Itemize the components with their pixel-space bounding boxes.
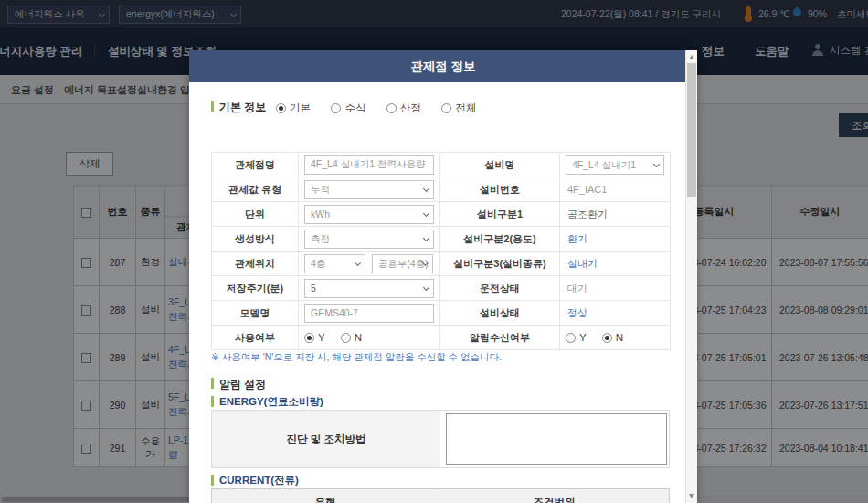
equip-state-value: 정상 xyxy=(566,307,587,318)
location-zone-value: 공용부(4층) xyxy=(378,258,429,269)
current-col-range: 조건범위 xyxy=(439,488,670,503)
point-name-input[interactable] xyxy=(304,155,434,175)
label-equip-div2: 설비구분2(용도) xyxy=(440,227,560,252)
label-point-name: 관제점명 xyxy=(212,153,299,177)
scrollbar-thumb[interactable] xyxy=(687,63,696,197)
label-unit: 단위 xyxy=(212,202,299,227)
alarm-n-label: N xyxy=(616,332,623,343)
location-floor-select[interactable]: 4층 xyxy=(304,254,365,273)
alarm-y-radio[interactable] xyxy=(566,333,576,343)
label-equip-state: 설비상태 xyxy=(440,301,560,326)
alarm-y-label: Y xyxy=(579,332,587,343)
label-equip-div3: 설비구분3(설비종류) xyxy=(440,252,560,276)
create-method-select[interactable]: 측정 xyxy=(304,230,434,249)
diagnosis-label: 진단 및 조치방법 xyxy=(212,411,440,467)
current-col-type: 유형 xyxy=(211,488,439,503)
diagnosis-textarea[interactable] xyxy=(446,413,667,465)
point-form: 관제점명 설비명 4F_L4 실내기1 관제값 유형 누적 설비번호 4F_IA… xyxy=(211,152,671,350)
value-type-select[interactable]: 누적 xyxy=(304,180,434,199)
radio-formula-label: 수식 xyxy=(344,102,365,113)
label-alarm-recv: 알림수신여부 xyxy=(440,326,560,350)
section-alarm-settings: 알림 설정 xyxy=(211,377,266,392)
label-location: 관제위치 xyxy=(212,252,299,276)
equip-div3-value: 실내기 xyxy=(566,258,598,269)
point-type-radio-group: 기본 수식 산정 전체 xyxy=(276,99,476,115)
chevron-down-icon xyxy=(423,234,429,241)
label-save-cycle: 저장주기(분) xyxy=(212,276,299,301)
chevron-down-icon xyxy=(653,160,660,166)
location-zone-select[interactable]: 공용부(4층) xyxy=(372,254,433,273)
label-model: 모델명 xyxy=(212,301,299,326)
use-y-radio[interactable] xyxy=(304,333,314,343)
modal-body: 기본 정보 기본 수식 산정 전체 관제점명 설비명 4F_L4 실내기1 관제… xyxy=(189,82,683,503)
label-equip-div1: 설비구분1 xyxy=(440,202,560,227)
label-run-state: 운전상태 xyxy=(440,276,560,301)
label-equip-no: 설비번호 xyxy=(440,177,560,202)
scroll-up-arrow-icon[interactable] xyxy=(689,55,694,59)
location-floor-value: 4층 xyxy=(311,258,325,269)
chevron-down-icon xyxy=(423,284,429,290)
equip-name-value: 4F_L4 실내기1 xyxy=(572,159,636,170)
equip-no-value: 4F_IAC1 xyxy=(566,184,607,195)
equip-div1-value: 공조환기 xyxy=(566,209,608,219)
chevron-down-icon xyxy=(355,259,361,265)
modal-title: 관제점 정보 xyxy=(189,50,697,82)
chevron-down-icon xyxy=(423,209,429,216)
model-input[interactable] xyxy=(304,304,434,323)
radio-formula[interactable] xyxy=(331,103,341,113)
create-method-value: 측정 xyxy=(311,233,330,244)
radio-calc[interactable] xyxy=(386,103,397,113)
page: 에너지웍스 사옥 energyx(에너지웍스) 2024-07-22(월) 08… xyxy=(0,0,868,503)
scroll-down-arrow-icon[interactable] xyxy=(689,494,694,498)
use-y-label: Y xyxy=(318,332,325,343)
use-n-label: N xyxy=(355,332,362,343)
label-equip-name: 설비명 xyxy=(440,153,560,177)
use-n-radio[interactable] xyxy=(341,333,351,343)
diagnosis-row: 진단 및 조치방법 xyxy=(211,410,670,468)
radio-basic[interactable] xyxy=(276,103,286,113)
section-current: CURRENT(전류) xyxy=(211,474,299,487)
equip-div2-value: 환기 xyxy=(566,233,587,244)
label-create-method: 생성방식 xyxy=(212,227,299,252)
unit-select[interactable]: kWh xyxy=(304,205,434,224)
radio-basic-label: 기본 xyxy=(290,102,311,113)
label-use-yn: 사용여부 xyxy=(212,326,299,350)
equip-name-select[interactable]: 4F_L4 실내기1 xyxy=(566,155,664,175)
run-state-value: 대기 xyxy=(566,283,587,294)
point-info-modal: 관제점 정보 기본 정보 기본 수식 산정 전체 관제점명 설비명 4F_L4 … xyxy=(189,50,697,503)
current-table: 유형 조건범위 xyxy=(211,488,670,503)
radio-all-label: 전체 xyxy=(455,102,476,113)
unit-value: kWh xyxy=(311,209,330,219)
label-value-type: 관제값 유형 xyxy=(212,177,299,202)
section-energy: ENERGY(연료소비량) xyxy=(211,395,323,409)
modal-scrollbar[interactable] xyxy=(685,50,697,503)
radio-all[interactable] xyxy=(441,103,451,113)
save-cycle-select[interactable]: 5 xyxy=(304,279,434,298)
save-cycle-value: 5 xyxy=(311,283,316,294)
use-yn-note: ※ 사용여부 'N'으로 저장 시, 해당 관제점 알람을 수신할 수 없습니다… xyxy=(211,351,502,364)
radio-calc-label: 산정 xyxy=(400,102,421,113)
alarm-n-radio[interactable] xyxy=(602,333,612,343)
value-type-value: 누적 xyxy=(311,184,330,195)
section-basic-info: 기본 정보 xyxy=(211,100,266,115)
chevron-down-icon xyxy=(423,185,429,191)
